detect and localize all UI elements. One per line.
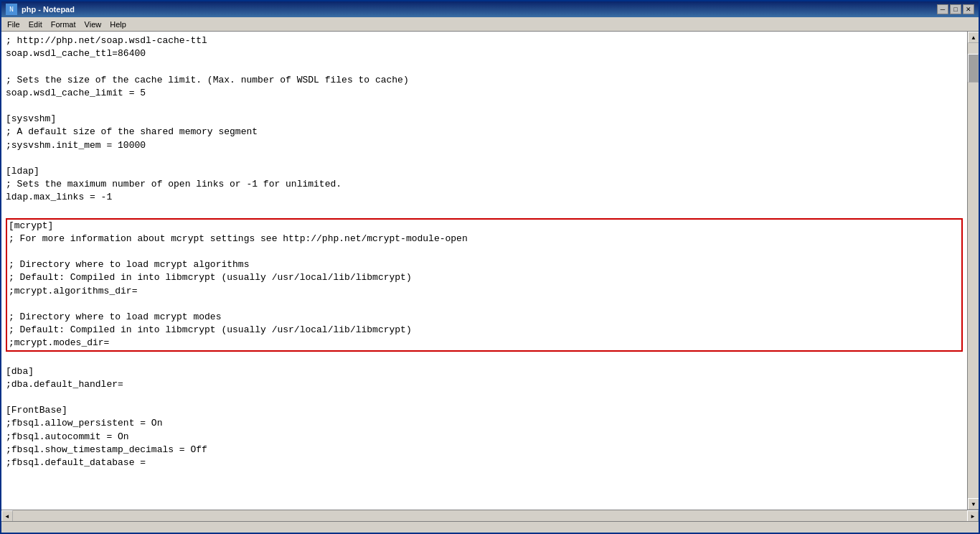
text-line: soap.wsdl_cache_limit = 5 [6,87,963,100]
highlighted-line: ; Default: Compiled in into libmcrypt (u… [9,324,960,337]
title-bar-left: N php - Notepad [6,4,75,15]
text-line [6,100,963,113]
text-line: ;fbsql.allow_persistent = On [6,417,963,430]
text-line: ; Sets the maximum number of open links … [6,178,963,191]
text-line: ;dba.default_handler= [6,378,963,391]
highlighted-line: ; Default: Compiled in into libmcrypt (u… [9,271,960,284]
menu-file[interactable]: File [3,19,24,30]
text-line: ldap.max_links = -1 [6,191,963,204]
text-line: [ldap] [6,165,963,178]
scroll-down-button[interactable]: ▼ [968,498,979,510]
text-line [6,60,963,73]
menu-edit[interactable]: Edit [24,19,47,30]
highlighted-line: ; Directory where to load mcrypt modes [9,311,960,324]
app-icon: N [6,4,17,15]
main-area: ; http://php.net/soap.wsdl-cache-ttlsoap… [1,32,979,510]
horizontal-scrollbar[interactable]: ◄ ► [1,510,979,521]
highlighted-line: [mcrypt] [9,220,960,233]
text-line [6,352,963,365]
scroll-track-vertical[interactable] [968,43,979,498]
vertical-scrollbar[interactable]: ▲ ▼ [967,32,979,510]
text-line: ;fbsql.show_timestamp_decimals = Off [6,444,963,456]
highlighted-line [9,245,960,258]
title-buttons: ─ □ ✕ [937,4,974,14]
text-line: [sysvshm] [6,113,963,126]
highlighted-line [9,298,960,311]
text-editor[interactable]: ; http://php.net/soap.wsdl-cache-ttlsoap… [1,32,967,510]
maximize-button[interactable]: □ [950,4,961,14]
text-line [6,204,963,217]
scroll-right-button[interactable]: ► [967,510,979,521]
highlighted-line: ; For more information about mcrypt sett… [9,233,960,245]
scroll-left-button[interactable]: ◄ [1,510,13,521]
editor-wrapper: ; http://php.net/soap.wsdl-cache-ttlsoap… [1,32,979,521]
text-line [6,391,963,404]
text-line [6,152,963,165]
menu-format[interactable]: Format [47,19,80,30]
text-line: ;fbsql.default_database = [6,456,963,469]
title-bar: N php - Notepad ─ □ ✕ [1,1,979,17]
scroll-thumb-vertical[interactable] [968,54,979,83]
status-bar [1,521,979,533]
menu-bar: File Edit Format View Help [1,17,979,32]
text-line: ; Sets the size of the cache limit. (Max… [6,74,963,87]
main-window: N php - Notepad ─ □ ✕ File Edit Format V… [0,0,980,534]
text-line: ;fbsql.autocommit = On [6,431,963,444]
menu-help[interactable]: Help [105,19,131,30]
text-line: ; http://php.net/soap.wsdl-cache-ttl [6,34,963,47]
minimize-button[interactable]: ─ [937,4,948,14]
text-line: ;sysvshm.init_mem = 10000 [6,139,963,152]
text-line: soap.wsdl_cache_ttl=86400 [6,47,963,60]
highlighted-line: ;mcrypt.algorithms_dir= [9,285,960,298]
window-title: php - Notepad [22,5,75,14]
scroll-up-button[interactable]: ▲ [968,32,979,43]
highlighted-line: ; Directory where to load mcrypt algorit… [9,258,960,271]
text-line: ; A default size of the shared memory se… [6,126,963,139]
highlighted-section: [mcrypt]; For more information about mcr… [6,218,963,352]
menu-view[interactable]: View [80,19,106,30]
text-line: [dba] [6,365,963,378]
highlighted-line: ;mcrypt.modes_dir= [9,337,960,350]
close-button[interactable]: ✕ [963,4,974,14]
scroll-track-horizontal[interactable] [13,510,967,521]
text-line: [FrontBase] [6,404,963,417]
